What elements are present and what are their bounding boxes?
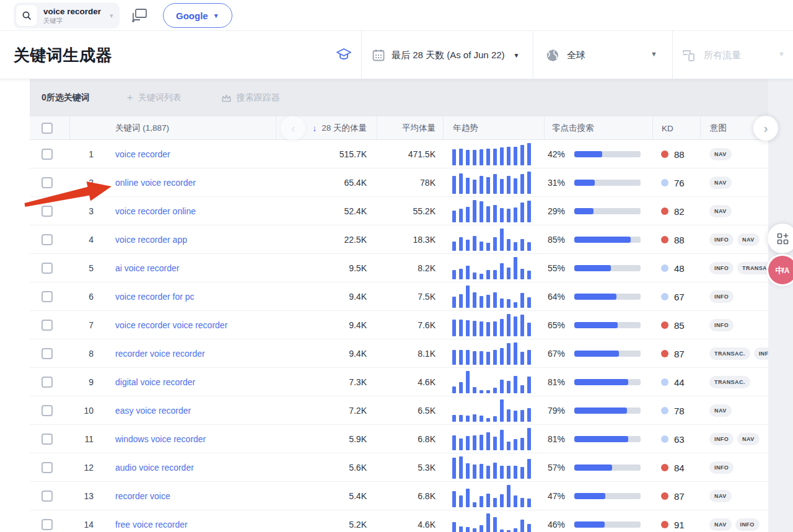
date-range-label: 最后 28 天数 (As of Jun 22)	[392, 50, 505, 61]
add-to-keyword-list-button[interactable]: + 关键词列表	[127, 92, 182, 104]
keyword-checkbox[interactable]	[42, 462, 53, 473]
keyword-link[interactable]: recorder voice recorder	[115, 349, 205, 359]
rank-number: 12	[84, 463, 94, 473]
keyword-cell: audio voice recorder	[102, 453, 276, 482]
keyword-link[interactable]: voice recorder voice recorder	[115, 320, 227, 330]
intent-badge: NAV	[737, 233, 760, 246]
zero-click-cell: 65%	[544, 311, 652, 339]
avg-volume-cell: 8.2K	[377, 254, 443, 282]
volume-28d-cell: 9.4K	[276, 339, 377, 368]
volume-28d-value: 5.9K	[349, 434, 367, 444]
keyword-checkbox[interactable]	[42, 263, 53, 274]
keyword-checkbox[interactable]	[42, 491, 53, 502]
rank-cell: 12	[69, 453, 102, 482]
trend-cell	[443, 197, 544, 225]
keyword-link[interactable]: free voice recorder	[115, 520, 188, 530]
keyword-link[interactable]: easy voice recorder	[115, 406, 191, 416]
row-checkbox-cell	[30, 311, 69, 339]
kd-column-header[interactable]: KD	[652, 116, 700, 140]
keyword-column-header[interactable]: 关键词 (1,887)	[102, 116, 276, 140]
rank-number: 14	[84, 520, 94, 530]
keyword-link[interactable]: ai voice recorder	[115, 263, 180, 273]
intent-cell: INFOTRANSAC.	[700, 254, 768, 282]
table-row: 10easy voice recorder7.2K6.5K79%78NAV	[30, 396, 768, 425]
screenshot-extension-button[interactable]	[768, 224, 793, 253]
kd-cell: 87	[652, 339, 700, 368]
trend-cell	[443, 311, 544, 339]
select-all-checkbox[interactable]	[42, 123, 53, 134]
zero-click-percent: 42%	[541, 149, 565, 159]
zero-click-cell: 67%	[544, 339, 652, 368]
translate-extension-button[interactable]: 中/A	[768, 256, 793, 284]
keyword-checkbox[interactable]	[42, 291, 53, 302]
keyword-cell: free voice recorder	[102, 510, 276, 532]
zero-click-bar	[574, 208, 641, 214]
keyword-cell: voice recorder	[102, 140, 276, 168]
trend-column-header[interactable]: 年趋势	[443, 116, 544, 140]
keyword-checkbox[interactable]	[42, 434, 53, 445]
keyword-link[interactable]: voice recorder for pc	[115, 292, 195, 302]
keyword-link[interactable]: voice recorder app	[115, 235, 187, 245]
avg-volume-value: 471.5K	[408, 149, 436, 159]
keyword-cell: windows voice recorder	[102, 425, 276, 453]
yearly-trend-sparkline	[452, 286, 531, 308]
avg-volume-cell: 18.3K	[377, 225, 443, 254]
intent-badge: NAV	[709, 177, 732, 189]
add-comparison-button[interactable]	[131, 7, 149, 26]
keyword-checkbox[interactable]	[42, 206, 53, 217]
keyword-link[interactable]: audio voice recorder	[115, 463, 194, 473]
yearly-trend-sparkline	[452, 314, 531, 336]
volume-28d-value: 9.5K	[349, 263, 367, 273]
keyword-checkbox[interactable]	[42, 377, 53, 388]
keyword-link[interactable]: online voice recorder	[115, 178, 196, 188]
keyword-checkbox[interactable]	[42, 149, 53, 160]
trend-cell	[443, 453, 544, 482]
tutorial-graduation-cap-icon[interactable]	[336, 47, 352, 64]
search-engine-selector[interactable]: Google ▼	[163, 3, 232, 28]
volume-28d-label: 28 天的体量	[322, 123, 367, 134]
avg-volume-value: 8.2K	[418, 263, 436, 273]
traffic-type-label: 所有流量	[704, 50, 741, 61]
zero-click-column-header[interactable]: 零点击搜索	[544, 116, 652, 140]
keyword-cell: ai voice recorder	[102, 254, 276, 282]
keyword-link[interactable]: voice recorder	[115, 149, 170, 159]
caret-down-icon[interactable]: ▼	[651, 50, 657, 58]
date-range-selector[interactable]: 最后 28 天数 (As of Jun 22) ▼	[372, 31, 519, 79]
search-tracker-label: 搜索跟踪器	[237, 92, 280, 103]
volume-28d-value: 22.5K	[344, 235, 367, 245]
rank-number: 10	[84, 406, 94, 416]
avg-volume-cell: 78K	[377, 168, 443, 197]
keyword-checkbox[interactable]	[42, 320, 53, 331]
zero-click-bar	[574, 237, 641, 243]
keyword-checkbox[interactable]	[42, 348, 53, 359]
avg-volume-cell: 5.3K	[377, 453, 443, 482]
keyword-link[interactable]: voice recorder online	[115, 206, 196, 216]
keyword-checkbox[interactable]	[42, 177, 53, 188]
keyword-link[interactable]: windows voice recorder	[115, 434, 206, 444]
volume-28d-value: 515.7K	[340, 149, 367, 159]
zero-click-cell: 47%	[544, 482, 652, 510]
keyword-checkbox[interactable]	[42, 519, 53, 530]
keyword-checkbox[interactable]	[42, 234, 53, 245]
intent-badge: NAV	[737, 433, 760, 445]
rank-cell: 3	[69, 197, 102, 225]
kd-cell: 78	[652, 396, 700, 425]
scroll-columns-right-button[interactable]: ›	[753, 116, 778, 141]
intent-cell: NAVINFO	[700, 510, 768, 532]
keyword-link[interactable]: digital voice recorder	[115, 377, 195, 387]
kd-difficulty-dot	[661, 293, 668, 300]
rank-number: 5	[89, 263, 94, 273]
keyword-cell: recorder voice recorder	[102, 339, 276, 368]
volume-28d-cell: 5.4K	[276, 482, 377, 510]
rank-number: 7	[89, 320, 94, 330]
keyword-checkbox[interactable]	[42, 405, 53, 416]
rank-cell: 4	[69, 225, 102, 254]
keyword-link[interactable]: recorder voice	[115, 491, 170, 501]
divider	[533, 31, 533, 79]
keyword-search-box[interactable]: voice recorder 关键字 ▾	[14, 2, 120, 28]
avg-volume-column-header[interactable]: 平均体量	[377, 116, 443, 140]
search-tracker-button[interactable]: 搜索跟踪器	[221, 92, 280, 103]
avg-volume-value: 55.2K	[413, 206, 436, 216]
region-selector[interactable]: 全球	[545, 31, 585, 79]
scroll-columns-left-button[interactable]: ‹	[281, 116, 305, 141]
